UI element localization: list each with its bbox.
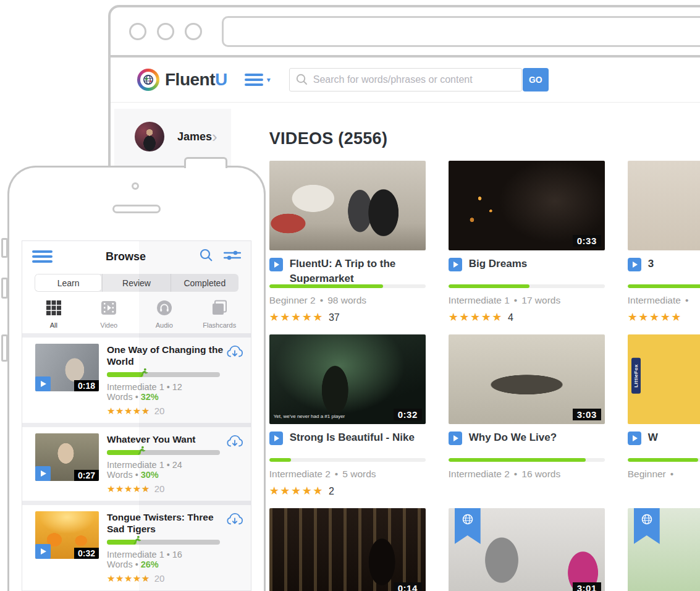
lesson-thumbnail[interactable]: 0:27: [35, 433, 99, 481]
progress-fill: [449, 458, 586, 462]
video-title-row[interactable]: Strong Is Beautiful - Nike: [269, 424, 426, 454]
download-cloud-icon[interactable]: [226, 512, 243, 530]
app-search-icon[interactable]: [199, 248, 214, 265]
star-icons: ★★★★★: [107, 483, 150, 494]
tab-review[interactable]: Review: [102, 274, 170, 292]
video-thumbnail[interactable]: [628, 508, 700, 591]
video-title-row[interactable]: FluentU: A Trip to the Supermarket: [269, 250, 426, 280]
app-filter-icon[interactable]: [224, 249, 241, 265]
video-card: 0:33 Big Dreams Intermediate 1•17 words …: [449, 161, 605, 334]
fluentu-logo[interactable]: FluentU: [137, 69, 227, 91]
user-name: James: [177, 130, 212, 143]
video-thumbnail[interactable]: [628, 161, 700, 250]
video-card: 0:14: [269, 508, 426, 591]
phone-earpiece: [112, 205, 161, 213]
duration-badge: 0:32: [394, 409, 422, 420]
app-header: Browse: [22, 241, 251, 272]
video-card: Yet, we've never had a #1 player 0:32 St…: [269, 334, 426, 508]
video-thumbnail[interactable]: LittleFox: [628, 334, 700, 424]
lesson-row[interactable]: 0:27 Whatever You Want Intermediate 1•24…: [22, 427, 251, 501]
video-thumbnail[interactable]: 0:14: [269, 508, 426, 591]
flashcards-icon: [211, 300, 227, 318]
download-cloud-icon[interactable]: [226, 344, 243, 362]
search-go-button[interactable]: GO: [523, 68, 549, 91]
nav-menu-button[interactable]: ▾: [245, 74, 271, 86]
play-icon: [269, 432, 283, 445]
video-meta: Intermediate 2•16 words: [449, 469, 605, 480]
lesson-thumbnail[interactable]: 0:32: [35, 511, 99, 559]
video-title: FluentU: A Trip to the Supermarket: [290, 257, 426, 280]
video-meta: Beginner•: [628, 469, 700, 480]
caret-down-icon: ▾: [267, 75, 271, 84]
rating-row: ★★★★★20: [107, 406, 225, 417]
lesson-thumbnail[interactable]: 0:18: [35, 344, 99, 391]
phone-mockup: Browse Learn Review Completed: [7, 166, 266, 591]
search-input[interactable]: [289, 68, 522, 91]
window-button-maximize[interactable]: [185, 23, 202, 40]
progress-fill: [107, 540, 137, 545]
video-icon: [101, 300, 117, 318]
progress-fill: [449, 284, 530, 288]
lesson-row[interactable]: 0:18 One Way of Changing the World Inter…: [22, 338, 251, 423]
duration-badge: 0:18: [74, 380, 99, 391]
littlefox-logo: LittleFox: [631, 358, 641, 394]
app-title: Browse: [53, 250, 199, 263]
video-title-row[interactable]: Big Dreams: [449, 250, 605, 280]
video-meta: Beginner 2•98 words: [269, 295, 426, 306]
app-hamburger-icon[interactable]: [32, 250, 53, 263]
tab-learn[interactable]: Learn: [35, 274, 102, 292]
content-type-filter: All Video Audio: [22, 292, 251, 333]
filter-all[interactable]: All: [32, 300, 75, 329]
video-title: Big Dreams: [469, 257, 527, 280]
video-thumbnail[interactable]: [269, 161, 426, 250]
video-title-row[interactable]: Why Do We Live?: [449, 424, 605, 454]
progress-fill: [628, 458, 698, 462]
filter-video[interactable]: Video: [87, 300, 130, 329]
lesson-meta: Intermediate 1•12 Words•32%: [107, 382, 225, 402]
window-buttons: [129, 23, 202, 40]
window-button-minimize[interactable]: [157, 23, 174, 40]
progress-fill: [628, 284, 700, 288]
phone-screen: Browse Learn Review Completed: [22, 240, 251, 591]
runner-icon: [139, 368, 148, 380]
filter-flashcards[interactable]: Flashcards: [198, 300, 241, 329]
progress-bar: [107, 450, 220, 455]
chevron-right-icon: ›: [212, 130, 217, 143]
video-thumbnail[interactable]: 3:03: [449, 334, 605, 424]
sidebar-user-row[interactable]: James ›: [114, 122, 231, 151]
progress-bar: [107, 540, 220, 545]
main-content: VIDEOS (2556) FluentU: A Trip to the Sup…: [231, 103, 700, 591]
video-title-row[interactable]: 3: [628, 250, 700, 280]
avatar: [135, 122, 164, 151]
site-search: GO: [289, 68, 549, 91]
video-card: 3 Intermediate• ★★★★★: [628, 161, 700, 334]
audio-icon: [156, 300, 172, 318]
video-thumbnail[interactable]: 3:01: [449, 508, 605, 591]
play-icon: [449, 258, 462, 271]
star-icons: ★★★★★: [269, 485, 324, 497]
progress-percent: 30%: [141, 470, 159, 480]
filter-audio[interactable]: Audio: [143, 300, 186, 329]
video-thumbnail[interactable]: 0:33: [449, 161, 605, 250]
lesson-meta: Intermediate 1•16 Words•26%: [107, 550, 225, 569]
duration-badge: 0:33: [573, 235, 601, 247]
progress-fill: [107, 450, 141, 455]
star-icons: ★★★★★: [449, 311, 503, 323]
play-icon: [628, 258, 641, 271]
logo-text: FluentU: [165, 70, 227, 90]
lesson-title: One Way of Changing the World: [107, 344, 225, 367]
lesson-row[interactable]: 0:32 Tongue Twisters: Three Sad Tigers I…: [22, 505, 251, 590]
video-title: Why Do We Live?: [469, 430, 557, 454]
tab-completed[interactable]: Completed: [171, 274, 238, 292]
duration-badge: 0:27: [74, 470, 99, 481]
rating-count: 20: [154, 573, 165, 584]
window-button-close[interactable]: [129, 23, 146, 40]
video-title: Strong Is Beautiful - Nike: [290, 430, 415, 454]
download-cloud-icon[interactable]: [226, 434, 243, 452]
star-icons: ★★★★★: [107, 573, 150, 584]
video-thumbnail[interactable]: Yet, we've never had a #1 player 0:32: [269, 334, 426, 424]
segmented-control: Learn Review Completed: [35, 274, 238, 292]
video-title-row[interactable]: W: [628, 424, 700, 454]
url-bar[interactable]: [222, 16, 700, 47]
video-card: 3:03 Why Do We Live? Intermediate 2•16 w…: [449, 334, 605, 508]
